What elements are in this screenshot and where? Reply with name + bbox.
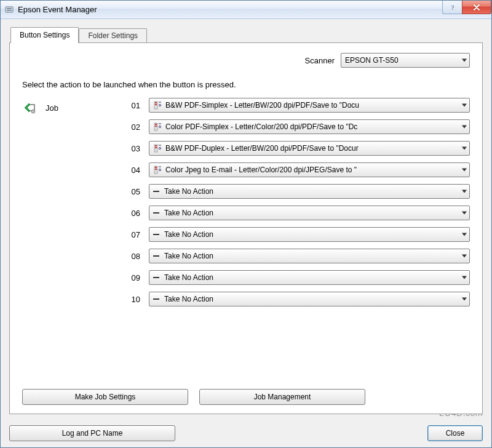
- job-row: 02Color PDF-Simplex - Letter/Color/200 d…: [127, 119, 470, 134]
- job-area: Job 01B&W PDF-Simplex - Letter/BW/200 dp…: [22, 98, 470, 306]
- preset-icon: [153, 100, 163, 110]
- titlebar-buttons: ?: [442, 1, 491, 18]
- scanner-value: EPSON GT-S50: [345, 56, 399, 65]
- app-window: Epson Event Manager ? Button Settings Fo…: [0, 0, 492, 448]
- job-select[interactable]: B&W PDF-Duplex - Letter/BW/200 dpi/PDF/S…: [149, 141, 470, 156]
- tab-label: Folder Settings: [88, 31, 138, 40]
- job-number: 09: [127, 273, 140, 282]
- svg-point-4: [31, 110, 35, 113]
- svg-rect-6: [155, 102, 157, 103]
- job-row: 08Take No Action: [127, 249, 470, 263]
- bottom-bar: Log and PC Name Close: [1, 420, 491, 447]
- job-select[interactable]: Take No Action: [149, 270, 470, 285]
- close-button[interactable]: Close: [427, 425, 483, 441]
- job-row: 05Take No Action: [127, 184, 470, 199]
- job-select-value: Take No Action: [164, 187, 213, 196]
- job-number: 07: [127, 230, 140, 239]
- job-number: 01: [127, 101, 140, 110]
- tab-panel: Scanner EPSON GT-S50 Select the action t…: [9, 42, 483, 414]
- job-select-value: Take No Action: [164, 209, 213, 217]
- job-icon: [22, 100, 37, 115]
- titlebar: Epson Event Manager ?: [1, 1, 491, 19]
- help-button[interactable]: ?: [442, 1, 462, 14]
- dash-icon: [153, 191, 159, 192]
- chevron-down-icon: [462, 276, 467, 279]
- job-number: 02: [127, 122, 140, 132]
- app-icon: [4, 5, 14, 15]
- button-label: Close: [446, 429, 465, 438]
- job-number: 10: [127, 295, 140, 304]
- job-row: 07Take No Action: [127, 227, 470, 242]
- client-area: Button Settings Folder Settings Scanner …: [1, 19, 491, 420]
- chevron-down-icon: [462, 190, 467, 193]
- job-select[interactable]: Take No Action: [149, 249, 470, 263]
- job-select-value: B&W PDF-Duplex - Letter/BW/200 dpi/PDF/S…: [165, 144, 359, 153]
- panel-button-row: Make Job Settings Job Management: [22, 389, 470, 405]
- svg-rect-15: [155, 167, 157, 168]
- tab-button-settings[interactable]: Button Settings: [10, 27, 79, 43]
- window-close-button[interactable]: [462, 1, 491, 14]
- job-select[interactable]: Take No Action: [149, 206, 470, 220]
- svg-rect-13: [155, 147, 157, 148]
- job-select[interactable]: B&W PDF-Simplex - Letter/BW/200 dpi/PDF/…: [149, 98, 470, 113]
- job-row: 06Take No Action: [127, 206, 470, 220]
- preset-icon: [153, 122, 163, 132]
- job-label: Job: [46, 103, 58, 113]
- svg-rect-16: [155, 169, 157, 170]
- job-select-value: Color Jpeg to E-mail - Letter/Color/200 …: [165, 166, 357, 174]
- chevron-down-icon: [462, 169, 467, 172]
- chevron-down-icon: [462, 298, 467, 301]
- chevron-down-icon: [462, 126, 467, 129]
- make-job-settings-button[interactable]: Make Job Settings: [22, 389, 188, 405]
- job-row: 09Take No Action: [127, 270, 470, 285]
- svg-rect-1: [7, 8, 12, 9]
- chevron-down-icon: [462, 233, 467, 236]
- job-label-column: Job: [22, 98, 127, 115]
- scanner-row: Scanner EPSON GT-S50: [22, 53, 470, 68]
- job-select-value: Take No Action: [164, 252, 213, 260]
- chevron-down-icon: [462, 59, 467, 62]
- log-pc-name-button[interactable]: Log and PC Name: [9, 425, 175, 441]
- job-select-value: Take No Action: [164, 273, 213, 282]
- dash-icon: [153, 298, 159, 300]
- dash-icon: [153, 255, 159, 257]
- svg-rect-12: [155, 145, 157, 146]
- chevron-down-icon: [462, 255, 467, 258]
- job-number: 05: [127, 187, 140, 196]
- job-select-value: Take No Action: [164, 230, 213, 239]
- tab-strip: Button Settings Folder Settings: [10, 27, 483, 43]
- job-number: 03: [127, 144, 140, 153]
- job-row: 04Color Jpeg to E-mail - Letter/Color/20…: [127, 162, 470, 177]
- chevron-down-icon: [462, 104, 467, 107]
- job-management-button[interactable]: Job Management: [199, 389, 365, 405]
- scanner-select[interactable]: EPSON GT-S50: [341, 53, 470, 68]
- svg-rect-9: [155, 124, 157, 125]
- job-rows: 01B&W PDF-Simplex - Letter/BW/200 dpi/PD…: [127, 98, 470, 306]
- job-select-value: Take No Action: [164, 295, 213, 303]
- dash-icon: [153, 277, 159, 278]
- job-row: 10Take No Action: [127, 292, 470, 306]
- dash-icon: [153, 212, 159, 214]
- preset-icon: [153, 143, 163, 153]
- instruction-text: Select the action to be launched when th…: [22, 80, 470, 89]
- button-label: Log and PC Name: [62, 429, 123, 438]
- job-select[interactable]: Take No Action: [149, 227, 470, 242]
- button-label: Make Job Settings: [75, 393, 136, 401]
- job-number: 06: [127, 209, 140, 218]
- job-select[interactable]: Take No Action: [149, 184, 470, 199]
- job-select[interactable]: Color Jpeg to E-mail - Letter/Color/200 …: [149, 162, 470, 177]
- dash-icon: [153, 234, 159, 235]
- job-select-value: Color PDF-Simplex - Letter/Color/200 dpi…: [165, 122, 357, 131]
- job-select[interactable]: Take No Action: [149, 292, 470, 306]
- job-number: 04: [127, 166, 140, 175]
- job-select[interactable]: Color PDF-Simplex - Letter/Color/200 dpi…: [149, 119, 470, 134]
- window-title: Epson Event Manager: [18, 5, 442, 14]
- job-row: 01B&W PDF-Simplex - Letter/BW/200 dpi/PD…: [127, 98, 470, 113]
- preset-icon: [153, 165, 163, 175]
- tab-label: Button Settings: [20, 31, 69, 39]
- svg-rect-7: [155, 104, 157, 105]
- job-row: 03B&W PDF-Duplex - Letter/BW/200 dpi/PDF…: [127, 141, 470, 156]
- job-select-value: B&W PDF-Simplex - Letter/BW/200 dpi/PDF/…: [165, 101, 359, 110]
- button-label: Job Management: [254, 393, 311, 401]
- chevron-down-icon: [462, 212, 467, 215]
